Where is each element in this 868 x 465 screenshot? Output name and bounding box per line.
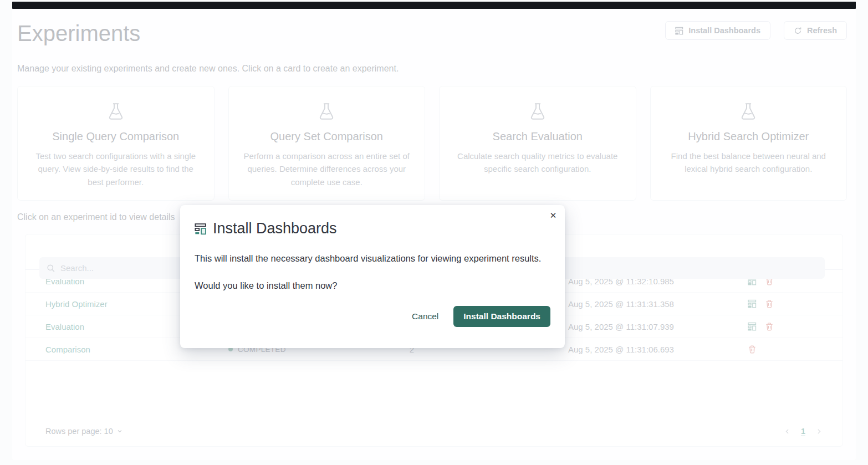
install-dashboards-confirm-button[interactable]: Install Dashboards <box>453 306 550 327</box>
install-dashboards-modal: ✕ Install Dashboards This will install t… <box>180 205 565 348</box>
modal-text-line2: Would you like to install them now? <box>195 280 550 291</box>
dashboard-icon <box>195 223 207 235</box>
modal-title: Install Dashboards <box>213 220 337 237</box>
cancel-button[interactable]: Cancel <box>412 311 438 321</box>
close-icon[interactable]: ✕ <box>547 209 559 222</box>
modal-text-line1: This will install the necessary dashboar… <box>195 253 550 264</box>
app-header-bar <box>12 2 856 9</box>
